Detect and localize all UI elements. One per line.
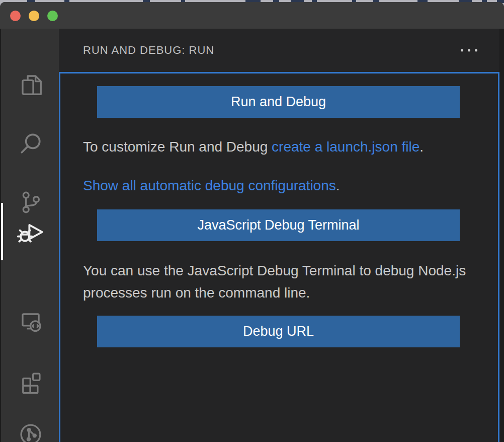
sidebar-item-remote-explorer[interactable] [17,306,45,334]
sidebar-item-source-control[interactable] [17,188,45,216]
create-launch-json-link[interactable]: create a launch.json file [272,139,419,155]
remote-explorer-icon [17,306,44,333]
sidebar-item-extensions[interactable] [17,367,45,395]
ellipsis-icon [461,49,463,52]
files-icon [17,70,44,98]
run-and-debug-button[interactable]: Run and Debug [97,86,460,118]
run-and-debug-view: Run and Debug To customize Run and Debug… [59,72,499,442]
js-debug-terminal-button[interactable]: JavaScript Debug Terminal [97,209,460,241]
sidebar-item-run-and-debug[interactable] [17,217,45,246]
search-icon [17,130,44,157]
close-window-button[interactable] [10,11,21,21]
title-bar [0,2,504,29]
git-circle-icon [17,421,44,442]
show-configs-text: Show all automatic debug configurations. [83,175,475,197]
customize-text-after: . [419,139,424,155]
panel-title: RUN AND DEBUG: RUN [59,44,214,57]
more-actions-button[interactable] [458,46,480,55]
show-configs-after: . [336,178,340,193]
debug-url-button[interactable]: Debug URL [97,316,460,347]
customize-text: To customize Run and Debug create a laun… [83,136,475,158]
vscode-window: RUN AND DEBUG: RUN Run and Debug To cust… [0,2,504,442]
side-panel: RUN AND DEBUG: RUN Run and Debug To cust… [59,29,504,442]
sidebar-item-explorer[interactable] [17,70,45,98]
js-terminal-note: You can use the JavaScript Debug Termina… [83,260,475,304]
sidebar-item-git-graph[interactable] [17,420,45,442]
window-right-edge [499,29,504,442]
ellipsis-icon [468,49,470,52]
maximize-window-button[interactable] [47,11,58,21]
source-control-icon [17,189,44,216]
panel-header: RUN AND DEBUG: RUN [59,29,499,72]
run-and-debug-icon [17,217,45,246]
customize-text-before: To customize Run and Debug [83,139,272,155]
active-view-indicator [1,203,3,260]
extensions-icon [17,367,44,395]
activity-bar [0,29,59,442]
ellipsis-icon [475,49,477,52]
show-all-configurations-link[interactable]: Show all automatic debug configurations [83,178,336,193]
sidebar-item-search[interactable] [17,129,45,158]
minimize-window-button[interactable] [29,11,39,21]
